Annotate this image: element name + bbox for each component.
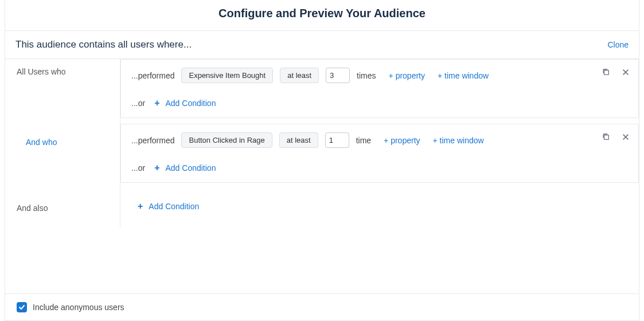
close-icon[interactable]	[621, 68, 630, 77]
add-condition-label: Add Condition	[165, 163, 216, 173]
close-icon[interactable]	[621, 132, 630, 142]
comparator-selector[interactable]: at least	[280, 68, 319, 83]
condition-row: ...performed Expensive Item Bought at le…	[121, 60, 638, 91]
event-selector[interactable]: Expensive Item Bought	[181, 68, 273, 83]
or-label: ...or	[131, 99, 145, 108]
duplicate-icon[interactable]	[602, 132, 611, 142]
condition-actions	[602, 132, 630, 142]
footer: Include anonymous users	[5, 293, 639, 320]
count-input[interactable]	[326, 68, 350, 83]
group-conditions: ...performed Button Clicked in Rage at l…	[120, 124, 639, 189]
and-also-label: And also	[5, 203, 120, 213]
event-selector[interactable]: Button Clicked in Rage	[181, 132, 272, 148]
add-condition-button[interactable]: + Add Condition	[154, 163, 216, 173]
add-time-window-link[interactable]: + time window	[433, 136, 484, 145]
add-property-link[interactable]: + property	[384, 136, 420, 145]
add-condition-button[interactable]: + Add Condition	[154, 98, 216, 108]
add-condition-button[interactable]: + Add Condition	[138, 201, 622, 212]
svg-rect-1	[604, 135, 609, 140]
duplicate-icon[interactable]	[602, 68, 611, 77]
subheader: This audience contains all users where..…	[5, 31, 639, 59]
clone-button[interactable]: Clone	[607, 40, 629, 49]
comparator-selector[interactable]: at least	[279, 132, 318, 148]
group-connector-label: All Users who	[12, 67, 120, 76]
plus-icon: +	[138, 201, 143, 212]
condition-group: All Users who ...performed Expensive Ite…	[5, 59, 639, 124]
and-also-row: And also + Add Condition	[5, 189, 639, 228]
group-connector-col: All Users who	[5, 59, 120, 124]
svg-rect-0	[604, 71, 609, 75]
include-anonymous-label: Include anonymous users	[33, 303, 124, 312]
condition-block: ...performed Button Clicked in Rage at l…	[120, 124, 639, 183]
add-time-window-link[interactable]: + time window	[438, 71, 489, 80]
or-row: ...or + Add Condition	[121, 91, 638, 118]
add-condition-label: Add Condition	[149, 202, 199, 211]
count-input[interactable]	[325, 132, 349, 148]
include-anonymous-checkbox[interactable]	[17, 302, 27, 312]
and-also-actions: + Add Condition	[120, 189, 639, 228]
or-row: ...or + Add Condition	[121, 156, 638, 182]
condition-actions	[602, 68, 630, 77]
group-connector-col: And who	[5, 124, 120, 189]
performed-label: ...performed	[131, 71, 174, 80]
condition-block: ...performed Expensive Item Bought at le…	[120, 59, 639, 118]
or-label: ...or	[131, 163, 145, 173]
unit-label: times	[357, 71, 376, 80]
group-conditions: ...performed Expensive Item Bought at le…	[120, 59, 639, 124]
condition-group: And who ...performed Button Clicked in R…	[5, 124, 639, 189]
unit-label: time	[356, 136, 371, 145]
plus-icon: +	[154, 163, 159, 173]
subheader-title: This audience contains all users where..…	[15, 39, 192, 50]
performed-label: ...performed	[131, 136, 174, 145]
group-connector-label[interactable]: And who	[12, 138, 120, 147]
page-title: Configure and Preview Your Audience	[5, 7, 639, 20]
plus-icon: +	[154, 98, 159, 108]
page-header: Configure and Preview Your Audience	[5, 0, 639, 31]
condition-row: ...performed Button Clicked in Rage at l…	[121, 124, 638, 156]
add-property-link[interactable]: + property	[389, 71, 425, 80]
add-condition-label: Add Condition	[165, 99, 216, 108]
